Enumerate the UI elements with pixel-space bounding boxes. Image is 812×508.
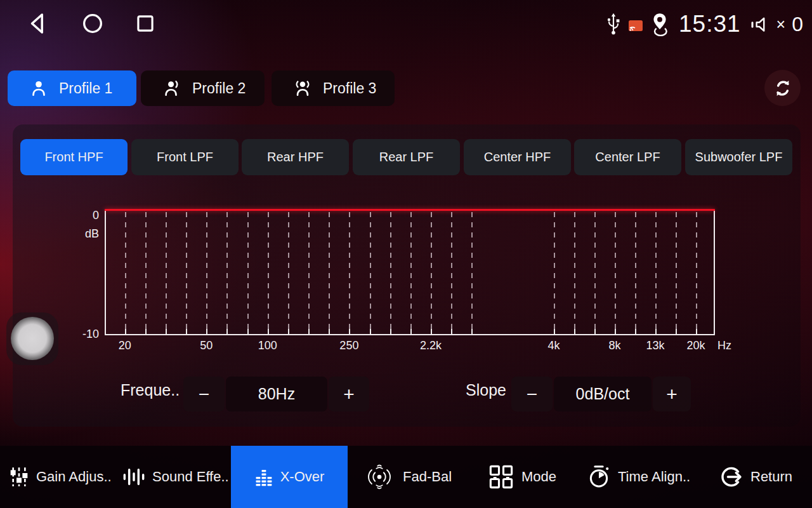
volume-muted-icon[interactable] <box>750 15 769 34</box>
nav-time-align[interactable]: Time Align.. <box>587 446 690 508</box>
nav-return[interactable]: Return <box>719 446 792 508</box>
volume-level: 0 <box>792 13 803 36</box>
clock: 15:31 <box>679 11 741 37</box>
minus-icon: − <box>527 384 538 405</box>
nav-sound-effects[interactable]: Sound Effe.. <box>122 446 229 508</box>
xover-icon <box>254 467 273 486</box>
chart-gridline <box>615 212 616 333</box>
axis-tick <box>554 329 555 334</box>
axis-tick <box>390 329 391 334</box>
frequency-label: Freque.. <box>121 381 180 399</box>
profile-2-button[interactable]: Profile 2 <box>141 70 265 106</box>
chart-gridline <box>390 212 391 333</box>
chart-gridline <box>186 212 187 333</box>
tab-label: Center LPF <box>595 150 660 164</box>
floating-assist-ball[interactable] <box>6 312 58 365</box>
axis-tick <box>288 329 289 334</box>
axis-tick <box>370 329 371 334</box>
tab-center-hpf[interactable]: Center HPF <box>464 139 571 175</box>
back-icon[interactable] <box>25 10 52 37</box>
x-axis-tick-label: 13k <box>646 339 664 352</box>
axis-tick <box>451 329 452 334</box>
chart-gridline <box>166 212 167 333</box>
profile-label: Profile 2 <box>192 80 246 97</box>
axis-tick <box>431 329 432 334</box>
axis-tick <box>471 329 473 334</box>
axis-tick <box>696 329 697 334</box>
frequency-plus-button[interactable]: + <box>329 377 369 411</box>
x-axis-tick-label: 250 <box>339 339 358 352</box>
user-voice-icon <box>161 77 183 99</box>
chart-gridline <box>288 212 289 333</box>
tab-label: Rear LPF <box>379 150 434 164</box>
axis-tick <box>268 329 269 334</box>
nav-fad-bal[interactable]: Fad-Bal <box>363 446 452 508</box>
tab-front-hpf[interactable]: Front HPF <box>20 139 128 175</box>
chart-gridline <box>676 212 677 333</box>
profile-1-button[interactable]: Profile 1 <box>8 70 136 106</box>
home-icon[interactable] <box>80 11 105 36</box>
axis-tick <box>247 329 249 334</box>
nav-xover[interactable]: X-Over <box>231 446 348 508</box>
frequency-response-chart[interactable]: 20501002502.2k4k8k13k20k <box>105 210 715 335</box>
plus-icon: + <box>666 384 678 405</box>
tab-label: Center HPF <box>484 150 551 164</box>
axis-tick <box>166 329 167 334</box>
x-axis-tick-label: 50 <box>200 339 213 352</box>
axis-tick <box>574 329 575 334</box>
x-axis-tick-label: 4k <box>547 339 560 352</box>
minus-icon: − <box>199 384 210 405</box>
knob-icon <box>11 317 54 360</box>
chart-gridline <box>554 212 555 333</box>
tab-label: Rear HPF <box>267 150 324 164</box>
tab-rear-hpf[interactable]: Rear HPF <box>242 139 349 175</box>
frequency-value: 80Hz <box>226 377 327 411</box>
fad-bal-icon <box>363 462 396 491</box>
chart-gridline <box>145 212 147 333</box>
x-axis-unit: Hz <box>717 339 731 352</box>
axis-tick <box>410 329 412 334</box>
nav-label: Sound Effe.. <box>152 469 229 485</box>
sync-reset-button[interactable] <box>764 70 801 106</box>
axis-tick <box>349 329 350 334</box>
chart-gridline <box>451 212 452 333</box>
profile-label: Profile 1 <box>59 80 112 97</box>
tab-subwoofer-lpf[interactable]: Subwoofer LPF <box>685 139 792 175</box>
y-axis-bottom-label: -10 <box>71 328 99 341</box>
nav-gain-adjust[interactable]: Gain Adjus.. <box>9 446 112 508</box>
tab-center-lpf[interactable]: Center LPF <box>574 139 681 175</box>
user-broadcast-icon <box>292 77 313 99</box>
slope-plus-button[interactable]: + <box>653 377 691 411</box>
slope-value-text: 0dB/oct <box>576 385 630 403</box>
axis-tick <box>145 329 147 334</box>
response-curve <box>105 209 715 211</box>
frequency-minus-button[interactable]: − <box>183 377 225 411</box>
nav-label: Fad-Bal <box>403 469 452 485</box>
tab-label: Front LPF <box>157 150 213 164</box>
status-bar: 15:31 × 0 <box>605 8 803 41</box>
sound-effects-icon <box>122 467 145 487</box>
chart-gridline <box>696 212 697 333</box>
cast-icon <box>628 20 643 32</box>
android-nav-bar <box>25 10 157 37</box>
nav-label: Gain Adjus.. <box>36 469 112 485</box>
axis-tick <box>186 329 187 334</box>
axis-tick <box>635 329 636 334</box>
nav-label: Return <box>750 469 792 485</box>
nav-mode[interactable]: Mode <box>488 446 556 508</box>
profile-3-button[interactable]: Profile 3 <box>272 70 395 106</box>
chart-gridline <box>410 212 412 333</box>
chart-gridline <box>349 212 350 333</box>
tab-front-lpf[interactable]: Front LPF <box>131 139 239 175</box>
tab-rear-lpf[interactable]: Rear LPF <box>353 139 460 175</box>
chart-gridline <box>268 212 269 333</box>
y-axis-unit: dB <box>71 227 99 241</box>
x-axis-tick-label: 100 <box>258 339 277 352</box>
recents-icon[interactable] <box>133 11 157 36</box>
bottom-nav-bar: Gain Adjus.. Sound Effe.. X-Ov <box>0 446 812 508</box>
chart-gridline <box>206 212 207 333</box>
slope-minus-button[interactable]: − <box>511 377 553 411</box>
nav-label: X-Over <box>280 469 325 485</box>
tab-label: Front HPF <box>44 150 103 164</box>
plus-icon: + <box>343 384 355 405</box>
